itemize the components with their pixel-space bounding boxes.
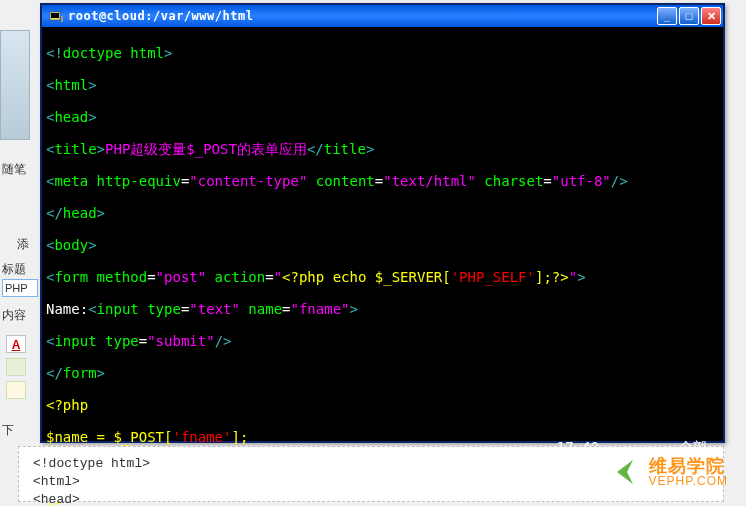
- background-logo: [0, 30, 30, 140]
- svg-rect-2: [61, 16, 63, 22]
- terminal-body[interactable]: <!doctype html> <html> <head> <title>PHP…: [42, 27, 723, 441]
- svg-rect-1: [51, 13, 59, 18]
- watermark-cn: 维易学院: [649, 457, 728, 475]
- bg-label-essay: 随笔: [0, 159, 40, 180]
- toolbar-icon-2[interactable]: [6, 358, 26, 376]
- toolbar-icon-3[interactable]: [6, 381, 26, 399]
- bg-label-php: PHP: [2, 279, 38, 297]
- watermark-en: VEPHP.COM: [649, 475, 728, 487]
- putty-icon: [48, 8, 64, 24]
- watermark: 维易学院 VEPHP.COM: [607, 454, 728, 490]
- bg-label-title: 标题: [0, 259, 40, 280]
- terminal-window: root@cloud:/var/www/html _ □ ✕ <!doctype…: [40, 3, 725, 443]
- snippet-line-3: <head>: [33, 491, 709, 506]
- minimize-button[interactable]: _: [657, 7, 677, 25]
- window-titlebar[interactable]: root@cloud:/var/www/html _ □ ✕: [42, 5, 723, 27]
- bg-label-content: 内容: [0, 305, 40, 326]
- maximize-button[interactable]: □: [679, 7, 699, 25]
- close-button[interactable]: ✕: [701, 7, 721, 25]
- bg-label-next: 下: [0, 420, 40, 441]
- watermark-arrow-icon: [607, 454, 643, 490]
- window-title: root@cloud:/var/www/html: [68, 9, 657, 23]
- toolbar-underline-icon[interactable]: A: [6, 335, 26, 353]
